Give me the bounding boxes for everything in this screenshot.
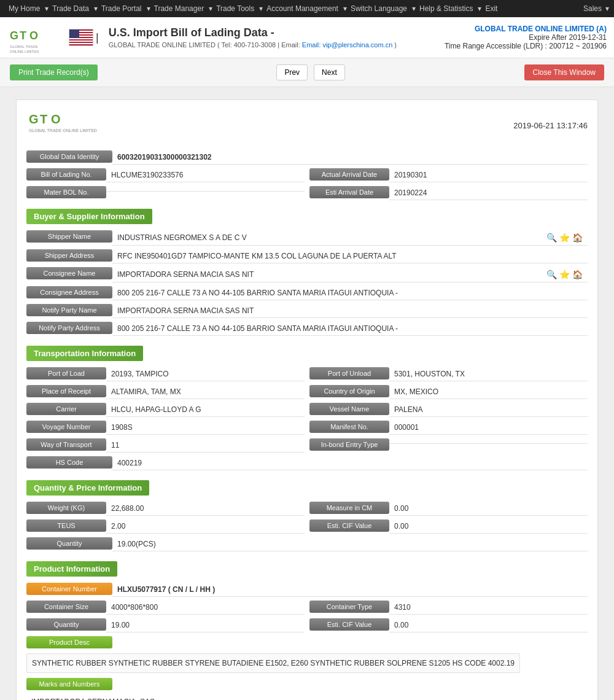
way-transport-value: 11	[106, 438, 305, 453]
mater-bol-col: Mater BOL No.	[26, 186, 305, 200]
weight-label: Weight (KG)	[26, 502, 106, 514]
subtitle-email-label: Email:	[281, 41, 302, 49]
header-right: GLOBAL TRADE ONLINE LIMITED (A) Expire A…	[445, 25, 607, 50]
shipper-star-icon[interactable]: ⭐	[559, 233, 570, 243]
shipper-home-icon[interactable]: 🏠	[572, 233, 583, 243]
nav-sales[interactable]: Sales	[580, 2, 605, 15]
prev-button-top[interactable]: Prev	[276, 64, 308, 80]
quantity-value: 19.00(PCS)	[112, 537, 588, 551]
header-title-area: U.S. Import Bill of Lading Data - GLOBAL…	[109, 26, 445, 49]
header-company-name: GLOBAL TRADE ONLINE LIMITED (A)	[445, 25, 607, 33]
port-load-label: Port of Load	[26, 367, 106, 379]
nav-my-home[interactable]: My Home	[5, 2, 44, 15]
port-load-value: 20193, TAMPICO	[106, 367, 305, 381]
voyage-number-value: 1908S	[106, 421, 305, 435]
country-origin-value: MX, MEXICO	[389, 385, 588, 399]
top-navigation: My Home ▾ Trade Data ▾ Trade Portal ▾ Tr…	[0, 0, 614, 17]
flag-separator: |	[96, 31, 99, 44]
consignee-address-label: Consignee Address	[26, 286, 112, 298]
consignee-name-value-container: IMPORTADORA SERNA MACIA SAS NIT 🔍 ⭐ 🏠	[112, 267, 588, 282]
nav-trade-data[interactable]: Trade Data	[49, 2, 93, 15]
svg-text:ONLINE LIMITED: ONLINE LIMITED	[10, 50, 39, 53]
esti-arrival-label: Esti Arrival Date	[309, 186, 389, 198]
nav-switch-language[interactable]: Switch Language	[347, 2, 411, 15]
container-number-value: HLXU5077917 ( CN / L / HH )	[112, 583, 588, 597]
country-origin-label: Country of Origin	[309, 385, 389, 397]
shipper-name-value-container: INDUSTRIAS NEGROMEX S A DE C V 🔍 ⭐ 🏠	[112, 230, 588, 246]
flag-area: |	[69, 29, 99, 46]
port-unload-label: Port of Unload	[309, 367, 389, 379]
nav-trade-tools[interactable]: Trade Tools	[212, 2, 258, 15]
next-button-top[interactable]: Next	[314, 64, 345, 80]
svg-text:G: G	[10, 29, 18, 42]
way-transport-label: Way of Transport	[26, 438, 106, 451]
esti-arrival-col: Esti Arrival Date 20190224	[309, 186, 588, 200]
close-button-top[interactable]: Close This Window	[524, 64, 604, 80]
product-section: Product Information Container Number HLX…	[26, 561, 588, 700]
global-data-identity-row: Global Data Identity 6003201903130000032…	[26, 150, 588, 165]
notify-party-address-label: Notify Party Address	[26, 322, 112, 334]
container-type-value: 4310	[389, 601, 588, 615]
actual-arrival-value: 20190301	[389, 168, 588, 182]
prod-quantity-label: Quantity	[26, 618, 106, 631]
bol-row: Bill of Lading No. HLCUME3190233576 Actu…	[26, 168, 588, 182]
receipt-origin-row: Place of Receipt ALTAMIRA, TAM, MX Count…	[26, 385, 588, 399]
record-card: G T O GLOBAL TRADE ONLINE LIMITED 2019-0…	[16, 99, 598, 700]
consignee-home-icon[interactable]: 🏠	[572, 270, 583, 279]
nav-exit[interactable]: Exit	[481, 2, 501, 15]
weight-measure-row: Weight (KG) 22,688.00 Measure in CM 0.00	[26, 502, 588, 516]
print-button-top[interactable]: Print Trade Record(s)	[10, 64, 98, 80]
consignee-name-label: Consignee Name	[26, 267, 112, 279]
container-size-type-row: Container Size 4000*806*800 Container Ty…	[26, 601, 588, 615]
hs-code-row: HS Code 400219	[26, 456, 588, 470]
prod-esti-cif-label: Esti. CIF Value	[309, 618, 389, 631]
teus-value: 2.00	[106, 519, 305, 534]
voyage-manifest-row: Voyage Number 1908S Manifest No. 000001	[26, 421, 588, 435]
esti-cif-label: Esti. CIF Value	[309, 519, 389, 532]
nav-trade-manager[interactable]: Trade Manager	[150, 2, 208, 15]
svg-text:T: T	[20, 29, 26, 42]
mater-bol-row: Mater BOL No. Esti Arrival Date 20190224	[26, 186, 588, 200]
mater-bol-value	[106, 186, 305, 192]
quantity-price-title: Quantity & Price Information	[26, 480, 149, 496]
carrier-value: HLCU, HAPAG-LLOYD A G	[106, 403, 305, 417]
title-text: U.S. Import Bill of Lading Data	[109, 26, 268, 39]
container-size-value: 4000*806*800	[106, 601, 305, 615]
main-content: G T O GLOBAL TRADE ONLINE LIMITED 2019-0…	[0, 87, 614, 700]
weight-value: 22,688.00	[106, 502, 305, 516]
notify-party-name-row: Notify Party Name IMPORTADORA SERNA MACI…	[26, 304, 588, 318]
vessel-name-value: PALENA	[389, 403, 588, 417]
svg-text:GLOBAL TRADE: GLOBAL TRADE	[10, 45, 38, 49]
global-data-identity-value: 60032019031300000321302	[112, 150, 588, 165]
consignee-search-icon[interactable]: 🔍	[546, 270, 557, 279]
place-receipt-label: Place of Receipt	[26, 385, 106, 397]
nav-trade-portal[interactable]: Trade Portal	[98, 2, 146, 15]
bol-value: HLCUME3190233576	[106, 168, 305, 182]
consignee-address-row: Consignee Address 800 205 216-7 CALLE 73…	[26, 286, 588, 300]
mater-bol-label: Mater BOL No.	[26, 186, 106, 198]
marks-numbers-label: Marks and Numbers	[26, 678, 112, 690]
notify-party-address-row: Notify Party Address 800 205 216-7 CALLE…	[26, 322, 588, 336]
shipper-address-row: Shipper Address RFC INE950401GD7 TAMPICO…	[26, 249, 588, 263]
nav-account-management[interactable]: Account Management	[263, 2, 342, 15]
transportation-section: Transportation Information Port of Load …	[26, 346, 588, 470]
port-unload-value: 5301, HOUSTON, TX	[389, 367, 588, 381]
product-desc-label: Product Desc	[26, 636, 112, 648]
inbond-entry-value	[389, 438, 588, 444]
manifest-no-value: 000001	[389, 421, 588, 435]
nav-help-statistics[interactable]: Help & Statistics	[416, 2, 476, 15]
shipper-search-icon[interactable]: 🔍	[546, 233, 557, 243]
way-inbond-row: Way of Transport 11 In-bond Entry Type	[26, 438, 588, 453]
page-title: U.S. Import Bill of Lading Data -	[109, 26, 445, 39]
hs-code-label: HS Code	[26, 456, 112, 469]
quantity-label: Quantity	[26, 537, 112, 550]
consignee-star-icon[interactable]: ⭐	[559, 270, 570, 279]
prod-quantity-value: 19.00	[106, 618, 305, 632]
header-subtitle: GLOBAL TRADE ONLINE LIMITED ( Tel: 400-7…	[109, 41, 445, 49]
shipper-name-row: Shipper Name INDUSTRIAS NEGROMEX S A DE …	[26, 230, 588, 246]
record-timestamp: 2019-06-21 13:17:46	[513, 121, 588, 130]
header-expire: Expire After 2019-12-31	[445, 33, 607, 42]
bol-label: Bill of Lading No.	[26, 168, 106, 181]
shipper-address-value: RFC INE950401GD7 TAMPICO-MANTE KM 13.5 C…	[112, 249, 588, 263]
carrier-label: Carrier	[26, 403, 106, 415]
